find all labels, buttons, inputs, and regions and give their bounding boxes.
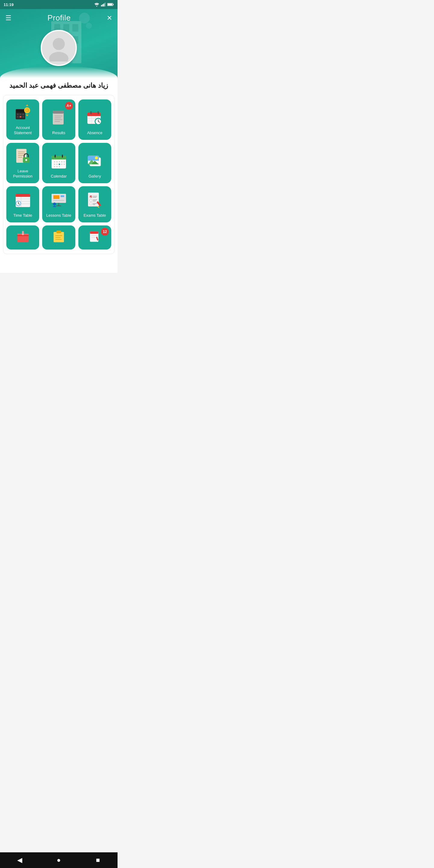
svg-rect-119 xyxy=(17,234,29,235)
svg-rect-23 xyxy=(20,114,22,115)
svg-point-19 xyxy=(49,52,68,61)
time-table-label: Time Table xyxy=(13,213,32,218)
svg-rect-59 xyxy=(52,158,66,159)
svg-rect-40 xyxy=(90,111,92,114)
wifi-icon xyxy=(94,2,99,7)
leave-permission-icon xyxy=(13,147,33,166)
time-table-icon xyxy=(13,191,33,210)
svg-point-101 xyxy=(64,204,67,206)
svg-rect-39 xyxy=(87,115,101,116)
svg-rect-22 xyxy=(17,114,19,115)
svg-rect-95 xyxy=(61,195,64,197)
account-statement-icon: $ xyxy=(13,103,33,122)
results-icon xyxy=(49,108,68,127)
grid-item-11[interactable] xyxy=(42,225,75,250)
svg-point-56 xyxy=(25,159,27,161)
page-title: Profile xyxy=(47,13,70,23)
lessons-table-label: Lessons Table xyxy=(46,213,71,218)
header-top: ☰ Profile ✕ xyxy=(0,9,118,23)
svg-rect-6 xyxy=(113,4,114,5)
svg-rect-116 xyxy=(17,235,29,242)
account-statement-label: Account Statement xyxy=(8,125,37,135)
svg-point-70 xyxy=(61,164,62,165)
calendar-label: Calendar xyxy=(51,174,67,179)
lessons-table-icon xyxy=(49,191,68,210)
svg-rect-94 xyxy=(53,195,59,199)
leave-permission-label: Leave Permission xyxy=(8,169,37,179)
svg-point-62 xyxy=(54,161,55,162)
menu-grid-container: $ Account Statement A+ xyxy=(3,95,115,254)
svg-point-68 xyxy=(56,164,58,165)
grid-item-gallery[interactable]: Gallery xyxy=(79,143,111,183)
svg-rect-24 xyxy=(22,114,24,115)
svg-rect-4 xyxy=(104,3,105,7)
svg-rect-108 xyxy=(90,199,92,201)
svg-rect-41 xyxy=(98,111,99,114)
time-display: 11:19 xyxy=(4,2,13,7)
svg-point-67 xyxy=(54,164,55,165)
svg-rect-21 xyxy=(16,110,25,113)
svg-point-64 xyxy=(59,161,60,162)
grid-item-results[interactable]: A+ Results xyxy=(42,99,75,140)
svg-rect-26 xyxy=(20,116,22,118)
grid-item-time-table[interactable]: Time Table xyxy=(6,186,39,222)
gallery-label: Gallery xyxy=(89,174,101,179)
svg-rect-120 xyxy=(54,232,64,242)
bottom-partial-row: 12 xyxy=(6,225,111,250)
svg-point-17 xyxy=(86,23,92,29)
signal-icon xyxy=(101,2,106,7)
svg-rect-25 xyxy=(17,116,19,118)
item12-badge: 12 xyxy=(101,228,109,236)
svg-point-74 xyxy=(59,166,60,167)
svg-point-72 xyxy=(54,166,55,167)
menu-button[interactable]: ☰ xyxy=(5,14,11,22)
svg-point-18 xyxy=(53,38,65,50)
grid-item-calendar[interactable]: Calendar xyxy=(42,143,75,183)
svg-rect-3 xyxy=(103,4,104,7)
svg-point-71 xyxy=(64,164,65,165)
svg-point-65 xyxy=(61,161,62,162)
status-bar: 11:19 xyxy=(0,0,118,9)
user-name: زياد هانى مصطفى فهمى عبد الحميد xyxy=(0,78,118,92)
svg-point-79 xyxy=(95,156,98,159)
close-button[interactable]: ✕ xyxy=(107,14,112,22)
absence-label: Absence xyxy=(87,130,102,135)
grid-item-exams-table[interactable]: Exams Table xyxy=(79,186,111,222)
grid-item-12[interactable]: 12 xyxy=(79,225,111,250)
svg-rect-60 xyxy=(55,155,56,158)
results-badge: A+ xyxy=(65,102,73,110)
grid-item-lessons-table[interactable]: Lessons Table xyxy=(42,186,75,222)
gallery-icon xyxy=(85,152,104,171)
svg-rect-32 xyxy=(53,111,64,114)
svg-rect-126 xyxy=(90,231,98,234)
svg-rect-111 xyxy=(90,203,92,205)
absence-icon xyxy=(85,108,104,127)
avatar-wrapper xyxy=(0,30,118,66)
grid-item-10[interactable] xyxy=(6,225,39,250)
svg-rect-1 xyxy=(101,5,102,7)
grid-item-leave-permission[interactable]: Leave Permission xyxy=(6,143,39,183)
svg-rect-27 xyxy=(22,116,24,118)
calendar-icon xyxy=(49,152,68,171)
exams-table-icon xyxy=(85,191,104,210)
svg-point-73 xyxy=(56,166,58,167)
svg-text:$: $ xyxy=(26,109,28,112)
item10-icon xyxy=(13,229,33,244)
header: ☰ Profile ✕ xyxy=(0,9,118,78)
grid-item-account-statement[interactable]: $ Account Statement xyxy=(6,99,39,140)
grid-item-absence[interactable]: Absence xyxy=(79,99,111,140)
avatar xyxy=(41,30,77,66)
svg-point-63 xyxy=(56,161,58,162)
svg-point-69 xyxy=(59,163,60,165)
item11-icon xyxy=(49,229,68,244)
content-area: زياد هانى مصطفى فهمى عبد الحميد xyxy=(0,78,118,273)
svg-point-0 xyxy=(96,6,97,7)
svg-point-100 xyxy=(61,204,64,206)
exams-table-label: Exams Table xyxy=(84,213,106,218)
svg-rect-78 xyxy=(88,159,99,161)
svg-rect-2 xyxy=(102,4,103,6)
menu-grid: $ Account Statement A+ xyxy=(6,99,111,222)
svg-rect-61 xyxy=(62,155,63,158)
svg-rect-121 xyxy=(56,230,61,233)
status-icons xyxy=(94,2,114,7)
